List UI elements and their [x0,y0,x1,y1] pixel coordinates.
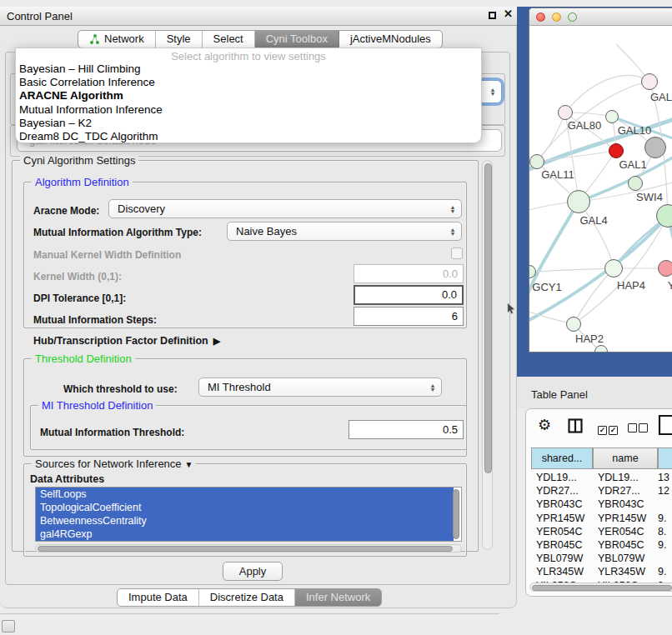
mouse-cursor [507,303,515,315]
which-threshold-combo[interactable]: MI Threshold ▲▼ [198,378,442,397]
minimize-traffic-light-icon[interactable] [552,12,561,22]
scrollbar-thumb[interactable] [484,163,492,473]
tab-label: Network [104,31,144,48]
deselect-all-checkboxes-icon[interactable] [628,422,648,435]
algorithm-definition-title: Algorithm Definition [32,176,133,188]
dpi-tolerance-label: DPI Tolerance [0,1]: [33,292,126,304]
list-horizontal-scrollbar[interactable] [35,544,462,552]
network-node[interactable] [594,345,608,352]
attribute-list-item[interactable]: SelfLoops [36,488,454,501]
combo-stepper-icon: ▲▼ [427,383,439,392]
mi-threshold-input[interactable]: 0.5 [349,420,464,439]
table-row[interactable]: YPR145WYPR145W9. [526,512,672,525]
document-icon[interactable] [658,414,672,436]
hub-definition-toggle[interactable]: Hub/Transcription Factor Definition▶ [33,335,220,347]
settings-vertical-scrollbar[interactable] [482,160,493,550]
kernel-width-input[interactable]: 0.0 [354,264,464,283]
chevron-right-icon: ▶ [213,336,220,346]
network-node-y[interactable] [658,260,672,277]
attribute-list-item[interactable]: gal4RGexp [36,528,454,541]
split-columns-icon[interactable] [568,418,583,433]
table-row[interactable]: YBL079WYBL079W [526,552,672,565]
tab-impute-data[interactable]: Impute Data [118,589,199,606]
tab-label: Cyni Toolbox [266,31,328,48]
sources-group-title[interactable]: Sources for Network Inference▼ [32,458,196,470]
network-node-label: GAL [650,91,672,103]
network-node-label: SWI4 [636,191,663,203]
aracne-mode-value: Discovery [109,202,447,215]
table-horizontal-scrollbar[interactable] [529,582,672,592]
aracne-mode-combo[interactable]: Discovery ▲▼ [108,199,462,218]
mi-threshold-group-title: MI Threshold Definition [38,399,156,412]
network-node-label: HAP4 [617,279,645,292]
apply-button[interactable]: Apply [223,562,283,581]
table-cell: YLR345W [598,565,645,578]
dropdown-item[interactable]: Bayesian – Hill Climbing [16,62,481,76]
network-canvas[interactable]: GALGAL80GAL10GAL1GAL11SWI4GAL4GCY1HAP4YH… [529,26,672,352]
network-window-titlebar[interactable] [529,8,672,26]
mi-type-value: Naive Bayes [228,225,447,238]
network-node[interactable] [644,137,666,158]
table-row[interactable]: YBR043CYBR043C [526,498,672,511]
network-icon [89,34,100,45]
list-vertical-scrollbar[interactable] [453,489,459,539]
network-node-label: GAL80 [568,119,601,132]
network-node-gal80[interactable] [558,105,573,120]
table-cell: YBL079W [536,552,583,565]
close-icon[interactable]: ✕ [504,8,513,20]
network-node-hap2[interactable] [566,317,581,332]
scrollbar-thumb[interactable] [532,585,672,591]
close-traffic-light-icon[interactable] [536,12,545,22]
float-window-icon[interactable] [489,12,496,19]
column-header-1[interactable]: shared... [531,448,593,469]
mi-type-label: Mutual Information Algorithm Type: [33,227,202,238]
select-all-checkboxes-icon[interactable]: ✓✓ [598,422,618,435]
table-row[interactable]: YBR045CYBR045C9. [526,538,672,552]
dropdown-item[interactable]: Mutual Information Inference [16,103,481,117]
tab-jactivemnodules[interactable]: jActiveMNodules [339,31,442,48]
column-header-3[interactable]: A [658,448,672,469]
network-node-gal11[interactable] [529,154,544,169]
table-row[interactable]: YDR27...YDR27...12 [526,484,672,498]
tab-cyni-toolbox[interactable]: Cyni Toolbox [255,31,339,48]
dock-panel-button[interactable] [2,620,15,632]
attribute-list-item[interactable]: BetweennessCentrality [36,514,454,528]
tab-network[interactable]: Network [78,31,156,48]
network-node-hap4[interactable] [604,259,623,278]
table-row[interactable]: YER054CYER054C8. [526,525,672,538]
network-node-gal1[interactable] [609,143,624,158]
table-cell: YPR145W [536,512,584,525]
chevron-down-icon: ▼ [185,460,193,469]
network-node-gal10[interactable] [605,110,619,123]
table-row[interactable]: YLR345WYLR345W9. [526,565,672,578]
table-cell: 13 [658,471,669,484]
manual-kernel-checkbox[interactable] [451,248,463,259]
tab-discretize-data[interactable]: Discretize Data [199,589,295,606]
table-cell: YDR27... [598,484,640,498]
network-node-label: HAP2 [575,332,604,345]
tab-label: Select [213,31,243,48]
dropdown-item[interactable]: Dream8 DC_TDC Algorithm [16,130,481,143]
dpi-tolerance-input[interactable]: 0.0 [354,285,464,305]
zoom-traffic-light-icon[interactable] [568,12,577,22]
table-row[interactable]: YDL19...YDL19...13 [526,471,672,484]
network-node-swi4[interactable] [628,176,643,191]
scrollbar-thumb[interactable] [38,546,453,552]
control-panel-titlebar[interactable] [0,7,517,26]
column-header-2[interactable]: name [593,448,658,469]
attribute-list-item[interactable]: TopologicalCoefficient [36,501,454,514]
mi-type-combo[interactable]: Naive Bayes ▲▼ [227,222,462,241]
network-view-window[interactable]: GALGAL80GAL10GAL1GAL11SWI4GAL4GCY1HAP4YH… [529,8,672,352]
tab-style[interactable]: Style [156,31,203,48]
tab-select[interactable]: Select [203,31,255,48]
network-node-gal[interactable] [641,73,658,90]
gear-icon[interactable]: ⚙ [538,416,551,434]
dropdown-item[interactable]: Basic Correlation Inference [16,76,481,89]
data-attributes-list[interactable]: SelfLoopsTopologicalCoefficientBetweenne… [35,487,462,542]
table-cell: YBR043C [536,498,583,511]
dropdown-item[interactable]: Bayesian – K2 [16,117,481,130]
dropdown-item[interactable]: ARACNE Algorithm [16,89,481,102]
network-node-gal4[interactable] [567,190,590,213]
mi-steps-input[interactable]: 6 [354,307,464,326]
tab-infer-network[interactable]: Infer Network [295,589,381,606]
